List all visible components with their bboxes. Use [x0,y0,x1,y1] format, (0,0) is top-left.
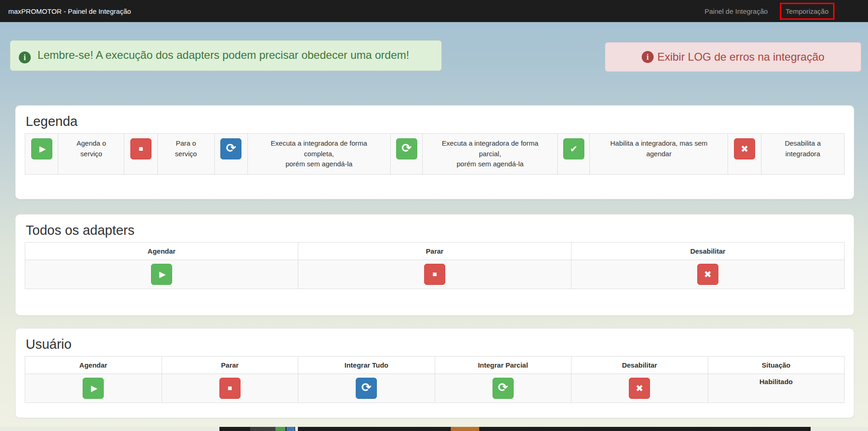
all-adapters-title: Todos os adapters [26,223,845,238]
column-header-parar: Parar [162,357,298,374]
refresh-icon: ⟳ [498,381,508,393]
legend-title: Legenda [26,114,845,129]
bottom-strip-segment [286,427,295,431]
legend-label-partial-run: Executa a integradora de forma parcial, … [423,134,558,175]
screen: maxPROMOTOR - Painel de Integração Paine… [0,0,868,431]
stop-all-button[interactable]: ■ [424,264,445,285]
refresh-icon: ⟳ [361,381,371,393]
play-icon: ▶ [31,138,52,159]
all-adapters-panel: Todos os adapters Agendar Parar Desabili… [15,214,854,316]
app-title: maxPROMOTOR - Painel de Integração [8,7,131,15]
status-badge: Habilitado [759,378,793,386]
disable-user-button[interactable]: ✖ [629,378,650,399]
legend-row: ▶ Agenda o serviço ■ Para o serviço ⟳ Ex… [25,134,845,175]
user-adapter-header-row: Agendar Parar Integrar Tudo Integrar Par… [25,357,845,374]
legend-label-full-run: Executa a integradora de forma completa,… [247,134,390,175]
alert-reminder-text: Lembre-se! A execução dos adapters podem… [38,49,409,61]
stop-icon: ■ [432,270,437,278]
user-adapter-title: Usuário [26,337,845,352]
info-circle-icon: i [642,51,654,63]
integrate-partial-button[interactable]: ⟳ [493,378,514,399]
column-header-integrar-tudo: Integrar Tudo [298,357,435,374]
close-icon: ✖ [734,138,755,159]
legend-panel: Legenda ▶ Agenda o serviço ■ Para o serv… [15,105,854,199]
top-navbar: maxPROMOTOR - Painel de Integração Paine… [0,0,868,22]
bottom-strip-segment [219,427,811,431]
bottom-strip-segment [250,427,275,431]
refresh-icon: ⟳ [396,138,417,159]
legend-table: ▶ Agenda o serviço ■ Para o serviço ⟳ Ex… [25,133,845,175]
legend-label-schedule: Agenda o serviço [58,134,124,175]
column-header-desabilitar: Desabilitar [571,243,845,260]
legend-label-disable: Desabilita a integradora [761,134,844,175]
stop-user-button[interactable]: ■ [219,378,241,399]
stop-icon: ■ [228,384,232,392]
all-adapters-row: ▶ ■ ✖ [25,260,845,289]
disable-all-button[interactable]: ✖ [697,264,718,285]
annotation-red-highlight-box: Temporização [780,3,834,20]
all-adapters-header-row: Agendar Parar Desabilitar [25,243,845,260]
column-header-desabilitar: Desabilitar [571,357,708,374]
legend-label-enable: Habilita a integradora, mas sem agendar [590,134,728,175]
user-adapter-row: ▶ ■ ⟳ ⟳ ✖ Habilitado [25,374,845,403]
column-header-parar: Parar [298,243,571,260]
nav-item-painel-de-integracao[interactable]: Painel de Integração [705,7,768,15]
user-adapter-table: Agendar Parar Integrar Tudo Integrar Par… [25,356,845,403]
column-header-integrar-parcial: Integrar Parcial [435,357,571,374]
bottom-strip-segment [451,427,479,431]
alert-reminder: i Lembre-se! A execução dos adapters pod… [10,40,442,71]
stop-icon: ■ [130,138,151,159]
schedule-user-button[interactable]: ▶ [83,378,104,399]
nav-item-temporizacao[interactable]: Temporização [786,7,829,15]
bottom-edge-strip [0,427,868,431]
page-content: i Lembre-se! A execução dos adapters pod… [0,22,868,431]
alert-error-log-text: Exibir LOG de erros na integração [657,51,824,63]
alert-show-error-log[interactable]: i Exibir LOG de erros na integração [605,42,861,72]
play-icon: ▶ [157,269,166,279]
schedule-all-button[interactable]: ▶ [151,264,172,285]
column-header-situacao: Situação [708,357,845,374]
user-adapter-panel: Usuário Agendar Parar Integrar Tudo Inte… [15,328,854,418]
close-icon: ✖ [636,383,644,394]
integrate-all-button[interactable]: ⟳ [356,378,377,399]
refresh-icon: ⟳ [220,138,241,159]
check-icon: ✔ [563,138,584,159]
all-adapters-table: Agendar Parar Desabilitar ▶ ■ ✖ [25,242,845,289]
bottom-strip-segment [275,427,286,431]
bottom-strip-segment [295,427,298,431]
column-header-agendar: Agendar [25,357,162,374]
legend-label-stop: Para o serviço [157,134,214,175]
close-icon: ✖ [704,269,712,280]
navbar-links: Painel de Integração Temporização [705,3,834,20]
info-circle-icon: i [19,51,31,63]
play-icon: ▶ [89,383,97,393]
column-header-agendar: Agendar [25,243,298,260]
